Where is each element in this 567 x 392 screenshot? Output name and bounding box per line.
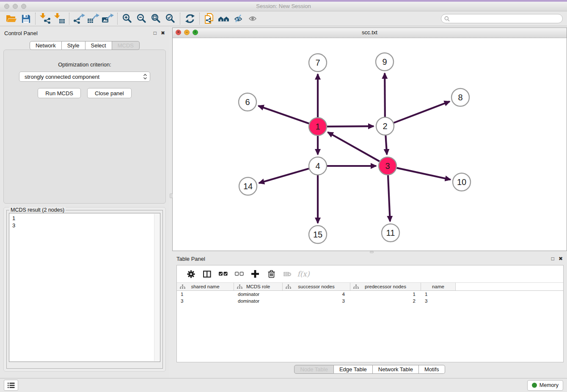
add-column-button[interactable] bbox=[247, 268, 263, 280]
search-input[interactable] bbox=[452, 15, 559, 22]
tab-select[interactable]: Select bbox=[85, 41, 112, 50]
tab-style[interactable]: Style bbox=[62, 41, 85, 50]
function-builder-button[interactable]: f(x) bbox=[295, 268, 311, 280]
network-minimize-button[interactable]: − bbox=[184, 30, 190, 35]
minimize-window-button[interactable] bbox=[13, 4, 18, 9]
zoom-selected-button[interactable] bbox=[163, 12, 178, 25]
edge-2-9[interactable] bbox=[385, 73, 385, 117]
node-1[interactable]: 1 bbox=[309, 118, 327, 135]
delete-table-button[interactable] bbox=[279, 268, 295, 280]
zoom-in-button[interactable] bbox=[120, 12, 135, 25]
tab-edge-table[interactable]: Edge Table bbox=[334, 365, 373, 374]
export-image-button[interactable] bbox=[101, 12, 115, 25]
column-header-MCDS-role[interactable]: MCDS role bbox=[234, 283, 283, 290]
column-header-shared-name[interactable]: shared name bbox=[177, 283, 234, 290]
table-cell[interactable]: 4 bbox=[283, 291, 350, 298]
close-panel-icon[interactable]: ✖ bbox=[559, 256, 563, 261]
edge-1-6[interactable] bbox=[258, 106, 309, 124]
column-header-predecessor-nodes[interactable]: predecessor nodes bbox=[350, 283, 421, 290]
memory-button[interactable]: Memory bbox=[527, 380, 563, 391]
table-cell[interactable]: dominator bbox=[234, 291, 283, 298]
node-8[interactable]: 8 bbox=[451, 88, 469, 106]
vertical-splitter[interactable] bbox=[169, 26, 172, 378]
import-network-button[interactable] bbox=[38, 12, 52, 25]
table-cell[interactable]: 1 bbox=[421, 291, 456, 298]
node-7[interactable]: 7 bbox=[309, 54, 327, 72]
float-panel-icon[interactable]: □ bbox=[551, 256, 554, 261]
close-panel-icon[interactable]: ✖ bbox=[161, 30, 165, 36]
node-14[interactable]: 14 bbox=[239, 177, 257, 195]
save-session-button[interactable] bbox=[19, 12, 33, 25]
table-cell[interactable]: dominator bbox=[234, 298, 283, 304]
horizontal-splitter[interactable] bbox=[172, 251, 567, 253]
delete-column-button[interactable] bbox=[263, 268, 279, 280]
table-row[interactable]: 3dominator323 bbox=[177, 298, 563, 304]
edge-3-10[interactable] bbox=[396, 168, 450, 180]
close-panel-button[interactable]: Close panel bbox=[87, 88, 132, 98]
table-settings-button[interactable] bbox=[183, 268, 199, 280]
mcds-result-list[interactable]: 1 3 bbox=[9, 213, 160, 362]
split-view-button[interactable] bbox=[199, 268, 215, 280]
tab-network[interactable]: Network bbox=[30, 41, 62, 50]
splitter-grip[interactable] bbox=[370, 251, 374, 253]
edge-3-11[interactable] bbox=[388, 175, 390, 221]
network-view-window: ✕ − + scc.txt 1234678910111415 bbox=[172, 28, 567, 251]
zoom-fit-button[interactable] bbox=[149, 12, 163, 25]
zoom-window-button[interactable] bbox=[21, 4, 26, 9]
float-panel-icon[interactable]: □ bbox=[154, 30, 157, 36]
table-cell[interactable]: 3 bbox=[177, 298, 234, 304]
node-9[interactable]: 9 bbox=[376, 53, 394, 71]
node-label: 14 bbox=[243, 182, 253, 191]
network-graph[interactable]: 1234678910111415 bbox=[173, 38, 567, 251]
save-icon bbox=[21, 14, 31, 24]
close-window-button[interactable] bbox=[4, 4, 9, 9]
table-cell[interactable]: 1 bbox=[177, 291, 234, 298]
open-session-button[interactable] bbox=[4, 12, 19, 25]
optimization-criterion-select[interactable]: strongly connected component bbox=[19, 72, 150, 82]
node-2[interactable]: 2 bbox=[376, 117, 394, 135]
select-all-columns-button[interactable] bbox=[215, 268, 231, 280]
table-cell[interactable]: 3 bbox=[283, 298, 350, 304]
network-close-button[interactable]: ✕ bbox=[176, 30, 181, 35]
tab-network-table[interactable]: Network Table bbox=[373, 365, 419, 374]
export-table-button[interactable] bbox=[86, 12, 101, 25]
node-6[interactable]: 6 bbox=[239, 93, 256, 111]
clone-network-button[interactable] bbox=[202, 12, 217, 25]
export-network-button[interactable] bbox=[72, 12, 86, 25]
home-layout-button[interactable] bbox=[217, 12, 231, 25]
node-11[interactable]: 11 bbox=[382, 224, 399, 242]
table-cell[interactable]: 2 bbox=[350, 298, 421, 304]
network-canvas[interactable]: 1234678910111415 bbox=[173, 38, 567, 251]
edge-4-14[interactable] bbox=[259, 168, 309, 183]
zoom-out-button[interactable] bbox=[135, 12, 149, 25]
tab-motifs[interactable]: Motifs bbox=[419, 365, 445, 374]
node-3[interactable]: 3 bbox=[379, 157, 396, 175]
edge-3-1[interactable] bbox=[328, 132, 380, 161]
refresh-view-button[interactable] bbox=[183, 12, 197, 25]
hide-selected-button[interactable] bbox=[231, 12, 245, 25]
window-traffic-lights[interactable] bbox=[4, 4, 26, 9]
search-field[interactable] bbox=[441, 14, 563, 23]
column-header-name[interactable]: name bbox=[421, 283, 456, 290]
edge-2-3[interactable] bbox=[385, 135, 387, 155]
node-15[interactable]: 15 bbox=[309, 226, 327, 243]
node-10[interactable]: 10 bbox=[453, 173, 471, 191]
import-table-button[interactable] bbox=[52, 12, 67, 25]
node-4[interactable]: 4 bbox=[309, 157, 327, 175]
edge-1-2[interactable] bbox=[327, 126, 374, 127]
table-row[interactable]: 1dominator411 bbox=[177, 291, 563, 298]
table-cell[interactable]: 1 bbox=[350, 291, 421, 298]
task-history-button[interactable] bbox=[4, 380, 18, 391]
network-maximize-button[interactable]: + bbox=[193, 30, 198, 35]
show-all-button[interactable] bbox=[245, 12, 260, 25]
edge-2-8[interactable] bbox=[394, 102, 450, 123]
deselect-all-columns-button[interactable] bbox=[231, 268, 247, 280]
select-stepper-icon bbox=[143, 74, 147, 80]
table-cell[interactable]: 3 bbox=[421, 298, 456, 304]
column-header-successor-nodes[interactable]: successor nodes bbox=[283, 283, 350, 290]
result-scrollbar[interactable] bbox=[154, 214, 160, 361]
tab-mcds[interactable]: MCDS bbox=[112, 41, 140, 50]
run-mcds-button[interactable]: Run MCDS bbox=[38, 88, 81, 98]
tab-node-table[interactable]: Node Table bbox=[294, 365, 334, 374]
splitter-grip[interactable] bbox=[170, 193, 173, 198]
